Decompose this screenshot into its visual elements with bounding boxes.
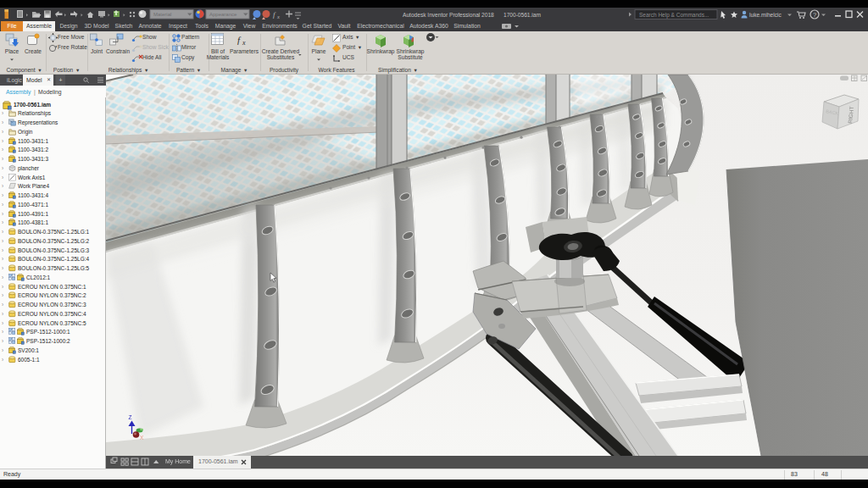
svg-text:luke.mihelcic: luke.mihelcic xyxy=(749,12,782,18)
svg-text:Appearance: Appearance xyxy=(209,12,237,17)
svg-text:Search Help & Commands...: Search Help & Commands... xyxy=(639,12,709,19)
svg-text:f: f xyxy=(237,35,242,45)
svg-text:Autodesk Inventor Professional: Autodesk Inventor Professional 2018 xyxy=(403,12,494,18)
svg-text:Z: Z xyxy=(129,414,132,420)
svg-text:f: f xyxy=(273,10,276,19)
svg-text:1700-0561.iam: 1700-0561.iam xyxy=(504,12,541,18)
svg-text:x: x xyxy=(242,39,246,47)
svg-text:X: X xyxy=(140,435,144,441)
svg-text:x: x xyxy=(276,14,280,19)
svg-text:?: ? xyxy=(813,11,816,19)
svg-text:Material: Material xyxy=(153,12,171,17)
